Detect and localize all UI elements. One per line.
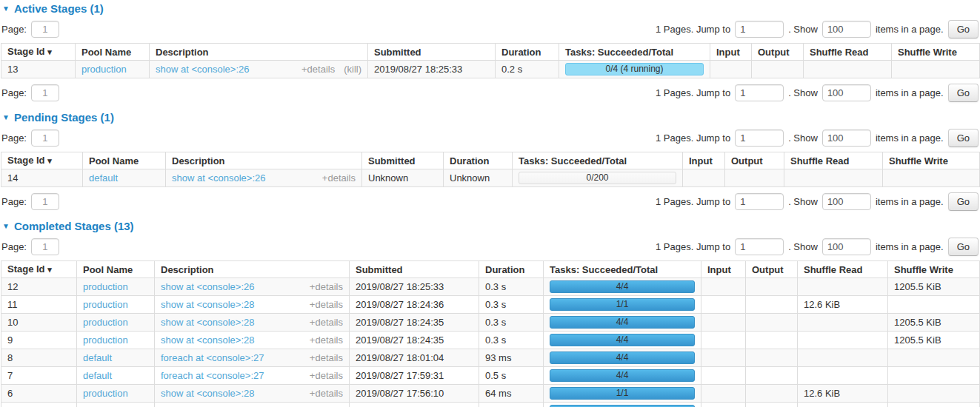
description-actions: +details — [322, 172, 356, 184]
go-button[interactable]: Go — [948, 238, 979, 256]
page-input[interactable] — [31, 193, 59, 210]
col-description[interactable]: Description — [155, 261, 350, 278]
col-stage-id[interactable]: Stage Id ▾ — [1, 261, 77, 278]
description-link[interactable]: show at <console>:26 — [161, 281, 254, 292]
active-stages-table: Stage Id ▾ Pool Name Description Submitt… — [1, 43, 980, 78]
pool-name-link[interactable]: production — [83, 281, 128, 292]
description-link[interactable]: foreach at <console>:27 — [161, 352, 264, 363]
details-toggle[interactable]: +details — [310, 388, 343, 399]
go-button[interactable]: Go — [948, 84, 979, 102]
duration-cell: 0.5 s — [479, 367, 544, 385]
details-toggle[interactable]: +details — [301, 64, 335, 75]
details-toggle[interactable]: +details — [322, 172, 356, 184]
go-button[interactable]: Go — [948, 192, 979, 211]
jump-to-page-input[interactable] — [735, 130, 784, 147]
go-button[interactable]: Go — [948, 129, 979, 147]
col-input[interactable]: Input — [683, 152, 725, 169]
pool-name-cell: default — [77, 349, 155, 367]
pool-name-link[interactable]: default — [83, 370, 112, 381]
go-button[interactable]: Go — [948, 20, 979, 38]
description-link[interactable]: show at <console>:28 — [161, 334, 254, 346]
col-tasks[interactable]: Tasks: Succeeded/Total — [544, 261, 701, 278]
page-input[interactable] — [31, 238, 59, 255]
items-per-page-input[interactable] — [822, 238, 871, 255]
pool-name-link[interactable]: production — [83, 317, 128, 328]
kill-link[interactable]: (kill) — [344, 64, 361, 75]
jump-to-page-input[interactable] — [735, 21, 784, 38]
items-per-page-label: items in a page. — [876, 87, 944, 98]
col-submitted[interactable]: Submitted — [350, 261, 479, 278]
section-toggle-pending-stages[interactable]: ▼ Pending Stages (1) — [2, 111, 979, 124]
col-shuffle-read[interactable]: Shuffle Read — [798, 261, 888, 278]
items-per-page-input[interactable] — [822, 21, 871, 38]
col-input[interactable]: Input — [701, 261, 746, 278]
jump-to-page-input[interactable] — [735, 193, 784, 210]
page-input[interactable] — [31, 21, 59, 38]
pool-name-link[interactable]: default — [83, 352, 112, 363]
details-toggle[interactable]: +details — [310, 334, 343, 346]
col-input[interactable]: Input — [710, 44, 752, 61]
pool-name-link[interactable]: production — [83, 334, 128, 346]
pool-name-link[interactable]: production — [81, 64, 127, 75]
col-output[interactable]: Output — [752, 44, 804, 61]
details-toggle[interactable]: +details — [310, 281, 343, 292]
description-link[interactable]: show at <console>:28 — [161, 317, 254, 328]
details-toggle[interactable]: +details — [310, 370, 343, 381]
jump-to-page-input[interactable] — [735, 84, 784, 101]
col-output[interactable]: Output — [725, 152, 784, 169]
details-toggle[interactable]: +details — [310, 352, 343, 363]
col-shuffle-write[interactable]: Shuffle Write — [888, 261, 980, 278]
pagination-bar: Page: 1 Pages. Jump to . Show items in a… — [1, 18, 979, 39]
col-duration[interactable]: Duration — [496, 44, 559, 61]
pool-name-link[interactable]: production — [83, 299, 128, 310]
jump-to-page-input[interactable] — [735, 238, 784, 255]
output-cell — [752, 61, 804, 78]
table-row: 7default+detailsforeach at <console>:272… — [1, 367, 980, 385]
input-cell — [701, 278, 746, 296]
col-tasks[interactable]: Tasks: Succeeded/Total — [559, 44, 710, 61]
col-duration[interactable]: Duration — [444, 152, 513, 169]
col-shuffle-write[interactable]: Shuffle Write — [892, 44, 980, 61]
col-stage-id[interactable]: Stage Id ▾ — [1, 152, 83, 169]
details-toggle[interactable]: +details — [310, 317, 343, 328]
items-per-page-input[interactable] — [822, 84, 871, 101]
tasks-progress-bar: 1/1 — [550, 387, 695, 400]
items-per-page-input[interactable] — [822, 193, 871, 210]
col-output[interactable]: Output — [746, 261, 798, 278]
table-row: 9production+detailsshow at <console>:282… — [1, 332, 980, 349]
pool-name-link[interactable]: default — [89, 172, 118, 184]
col-shuffle-read[interactable]: Shuffle Read — [804, 44, 892, 61]
shuffle-write-cell: 1205.5 KiB — [888, 332, 980, 349]
col-submitted[interactable]: Submitted — [362, 152, 444, 169]
col-duration[interactable]: Duration — [479, 261, 544, 278]
show-label: . Show — [788, 24, 818, 35]
pool-name-link[interactable]: production — [83, 388, 128, 399]
output-cell — [725, 169, 784, 187]
col-stage-id[interactable]: Stage Id ▾ — [1, 44, 76, 61]
col-shuffle-read[interactable]: Shuffle Read — [784, 152, 883, 169]
col-description[interactable]: Description — [150, 44, 368, 61]
details-toggle[interactable]: +details — [310, 299, 343, 310]
description-link[interactable]: show at <console>:26 — [172, 172, 265, 184]
items-per-page-input[interactable] — [822, 130, 871, 147]
section-toggle-active-stages[interactable]: ▼ Active Stages (1) — [2, 2, 979, 15]
pool-name-cell: production — [77, 296, 155, 314]
col-shuffle-write[interactable]: Shuffle Write — [883, 152, 980, 169]
page-input[interactable] — [31, 84, 59, 101]
table-row: 13production+details(kill)show at <conso… — [1, 61, 980, 78]
table-header-row: Stage Id ▾ Pool Name Description Submitt… — [1, 152, 980, 169]
col-pool-name[interactable]: Pool Name — [77, 261, 155, 278]
duration-cell: 0.2 s — [496, 61, 559, 78]
col-pool-name[interactable]: Pool Name — [76, 44, 150, 61]
description-link[interactable]: show at <console>:28 — [161, 299, 254, 310]
col-tasks[interactable]: Tasks: Succeeded/Total — [513, 152, 683, 169]
description-link[interactable]: show at <console>:28 — [161, 388, 254, 399]
page-input[interactable] — [31, 130, 59, 147]
col-description[interactable]: Description — [166, 152, 362, 169]
description-link[interactable]: show at <console>:26 — [156, 64, 249, 75]
section-toggle-completed-stages[interactable]: ▼ Completed Stages (13) — [2, 220, 979, 232]
col-submitted[interactable]: Submitted — [368, 44, 496, 61]
tasks-cell: 4/4 — [544, 403, 701, 407]
description-link[interactable]: foreach at <console>:27 — [161, 370, 264, 381]
col-pool-name[interactable]: Pool Name — [83, 152, 166, 169]
